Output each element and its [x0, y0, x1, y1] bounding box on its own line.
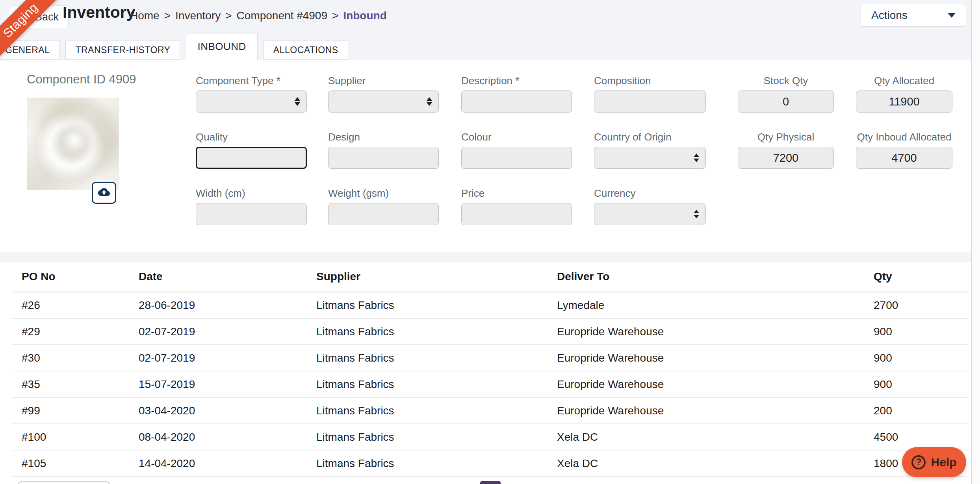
weight-gsm-cell: Weight (gsm) — [328, 187, 439, 225]
select-spinner-icon — [427, 97, 432, 106]
cell-deliver-to: Xela DC — [557, 457, 598, 470]
tab-bar: GENERALTRANSFER-HISTORYINBOUNDALLOCATION… — [0, 33, 348, 60]
breadcrumb-item-component-4909[interactable]: Component #4909 — [237, 9, 327, 22]
cell-deliver-to: Europride Warehouse — [557, 405, 664, 417]
description-label: Description * — [461, 75, 572, 88]
pagination-button-partial[interactable] — [480, 481, 501, 484]
country-of-origin-label: Country of Origin — [594, 131, 706, 144]
vertical-scrollbar[interactable] — [971, 0, 980, 484]
table-row[interactable]: #10514-04-2020Litmans FabricsXela DC1800 — [12, 451, 968, 477]
cell-supplier: Litmans Fabrics — [316, 299, 394, 312]
cell-date: 28-06-2019 — [139, 299, 195, 312]
cell-deliver-to: Xela DC — [557, 431, 598, 443]
cell-qty: 2700 — [874, 299, 898, 312]
stock-qty-cell: Stock Qty0 — [738, 75, 834, 113]
qty-inboud-allocated-field: 4700 — [856, 147, 952, 169]
breadcrumb: Home>Inventory>Component #4909>Inbound — [130, 0, 387, 31]
upload-image-button[interactable] — [92, 182, 116, 204]
colour-cell: Colour — [461, 131, 572, 169]
table-row[interactable]: #3515-07-2019Litmans FabricsEuropride Wa… — [12, 371, 968, 398]
width-cm-label: Width (cm) — [196, 187, 307, 201]
stock-qty-label: Stock Qty — [738, 75, 834, 88]
price-field[interactable] — [461, 203, 572, 225]
qty-allocated-field: 11900 — [856, 91, 952, 113]
currency-select[interactable] — [594, 203, 706, 225]
cell-date: 03-04-2020 — [139, 405, 195, 417]
cell-date: 14-04-2020 — [139, 457, 195, 470]
help-button[interactable]: ? Help — [902, 447, 966, 477]
component-type-label: Component Type * — [196, 75, 307, 88]
table-row[interactable]: #9903-04-2020Litmans FabricsEuropride Wa… — [12, 398, 968, 424]
cell-supplier: Litmans Fabrics — [316, 378, 394, 391]
composition-cell: Composition — [594, 75, 706, 113]
description-field[interactable] — [461, 91, 572, 113]
width-cm-field[interactable] — [196, 203, 307, 225]
column-header-supplier: Supplier — [316, 270, 360, 283]
component-type-select[interactable] — [196, 91, 307, 113]
cell-deliver-to: Europride Warehouse — [557, 352, 664, 364]
qty-physical-value: 7200 — [773, 151, 799, 164]
stock-qty-field: 0 — [738, 91, 834, 113]
tab-inbound[interactable]: INBOUND — [186, 33, 257, 60]
cell-date: 15-07-2019 — [139, 378, 195, 391]
colour-field[interactable] — [461, 147, 572, 169]
cell-supplier: Litmans Fabrics — [316, 352, 394, 364]
qty-physical-label: Qty Physical — [738, 131, 834, 144]
spinner-down-arrow — [295, 102, 300, 106]
cell-qty: 900 — [874, 325, 892, 338]
supplier-select[interactable] — [328, 91, 439, 113]
cell-date: 02-07-2019 — [139, 325, 195, 338]
cell-qty: 1800 — [874, 457, 898, 470]
cell-po-no: #26 — [22, 299, 40, 312]
breadcrumb-item-inventory[interactable]: Inventory — [175, 9, 221, 22]
select-spinner-icon — [694, 153, 699, 162]
country-of-origin-select[interactable] — [594, 147, 706, 169]
breadcrumb-item-home[interactable]: Home — [130, 9, 160, 22]
cell-qty: 900 — [874, 352, 892, 364]
tab-transfer-history[interactable]: TRANSFER-HISTORY — [65, 40, 180, 60]
inbound-table-panel: PO NoDateSupplierDeliver ToQty #2628-06-… — [0, 262, 980, 484]
qty-allocated-value: 11900 — [889, 95, 920, 108]
composition-field[interactable] — [594, 91, 706, 113]
qty-physical-field: 7200 — [738, 147, 834, 169]
cell-po-no: #30 — [22, 352, 40, 364]
help-button-label: Help — [931, 456, 956, 469]
component-id-label: Component ID 4909 — [27, 72, 136, 87]
table-row[interactable]: #2628-06-2019Litmans FabricsLymedale2700 — [12, 292, 968, 319]
qty-allocated-cell: Qty Allocated11900 — [856, 75, 952, 113]
spinner-down-arrow — [694, 215, 699, 218]
page-title: Inventory — [63, 3, 135, 22]
cell-deliver-to: Lymedale — [557, 299, 604, 312]
weight-gsm-field[interactable] — [328, 203, 439, 225]
cloud-upload-icon — [97, 186, 111, 200]
table-row[interactable]: #3002-07-2019Litmans FabricsEuropride Wa… — [12, 345, 968, 371]
qty-physical-cell: Qty Physical7200 — [738, 131, 834, 169]
spinner-down-arrow — [427, 102, 432, 106]
breadcrumb-item-inbound[interactable]: Inbound — [343, 9, 386, 22]
cell-po-no: #105 — [22, 457, 46, 470]
design-field[interactable] — [328, 147, 439, 169]
quality-field[interactable] — [196, 147, 307, 169]
qty-inboud-allocated-cell: Qty Inboud Allocated4700 — [856, 131, 952, 169]
table-row[interactable]: #2902-07-2019Litmans FabricsEuropride Wa… — [12, 319, 968, 345]
actions-button[interactable]: Actions — [861, 4, 966, 27]
tab-allocations[interactable]: ALLOCATIONS — [264, 40, 348, 60]
column-header-po-no: PO No — [22, 270, 56, 283]
supplier-cell: Supplier — [328, 75, 439, 113]
spinner-up-arrow — [694, 210, 699, 213]
country-of-origin-cell: Country of Origin — [594, 131, 706, 169]
currency-cell: Currency — [594, 187, 706, 225]
question-circle-icon: ? — [911, 455, 926, 469]
component-form-panel: Component ID 4909 Component Type *Suppli… — [0, 60, 980, 252]
composition-label: Composition — [594, 75, 706, 88]
component-type-cell: Component Type * — [196, 75, 307, 113]
table-row[interactable]: #10008-04-2020Litmans FabricsXela DC4500 — [12, 424, 968, 451]
cell-supplier: Litmans Fabrics — [316, 405, 394, 417]
actions-button-label: Actions — [871, 9, 908, 22]
colour-label: Colour — [461, 131, 572, 144]
spinner-up-arrow — [694, 153, 699, 157]
column-header-date: Date — [139, 270, 163, 283]
qty-inboud-allocated-value: 4700 — [891, 151, 917, 164]
cell-deliver-to: Europride Warehouse — [557, 325, 664, 338]
bottom-left-button-partial[interactable] — [18, 481, 110, 484]
